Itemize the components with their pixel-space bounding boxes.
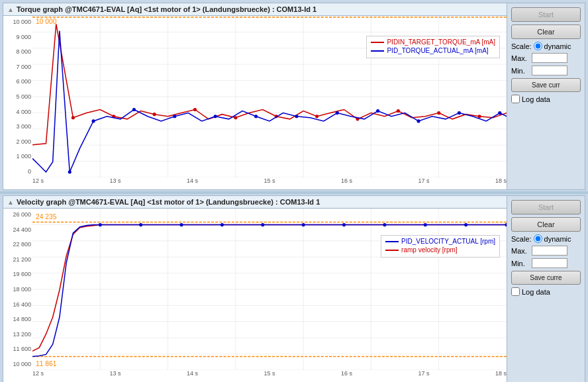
svg-text:10 000: 10 000 xyxy=(36,18,57,25)
top-max-input[interactable] xyxy=(532,53,567,63)
svg-point-22 xyxy=(234,116,237,119)
x-label: 14 s xyxy=(187,177,198,188)
y-label: 26 000 xyxy=(3,211,31,218)
top-log-row: Log data xyxy=(511,95,581,103)
y-label: 10 000 xyxy=(3,19,31,25)
y-label: 8 000 xyxy=(3,48,31,55)
y-label: 24 400 xyxy=(3,226,31,233)
svg-text:24 235: 24 235 xyxy=(36,213,57,220)
bottom-scale-option: dynamic xyxy=(544,235,571,243)
svg-point-67 xyxy=(342,223,346,226)
top-log-checkbox[interactable] xyxy=(511,95,520,103)
bottom-sidebar: Start Clear Scale: dynamic Max. Min. Sav… xyxy=(507,196,585,382)
top-sidebar: Start Clear Scale: dynamic Max. Min. Sav… xyxy=(507,3,585,189)
bottom-save-button[interactable]: Save curre xyxy=(511,271,581,285)
x-label: 17 s xyxy=(418,370,429,381)
svg-point-28 xyxy=(478,115,481,118)
bottom-log-checkbox[interactable] xyxy=(511,287,520,296)
x-label: 16 s xyxy=(341,370,352,381)
bottom-scale-label: Scale: xyxy=(511,235,532,243)
bottom-min-row: Min. xyxy=(511,258,581,268)
x-label: 12 s xyxy=(32,370,44,381)
svg-point-38 xyxy=(416,119,420,122)
svg-point-69 xyxy=(424,223,427,226)
top-start-button[interactable]: Start xyxy=(511,7,581,22)
svg-point-63 xyxy=(179,223,183,226)
top-max-row: Max. xyxy=(511,53,581,63)
y-label: 14 800 xyxy=(3,316,31,322)
y-label: 18 000 xyxy=(3,286,31,293)
x-label: 13 s xyxy=(109,177,121,188)
top-max-label: Max. xyxy=(511,54,530,62)
x-label: 15 s xyxy=(264,177,275,188)
svg-point-21 xyxy=(193,108,197,111)
bottom-scale-row: Scale: dynamic xyxy=(511,234,581,243)
svg-point-24 xyxy=(315,115,318,118)
y-label: 19 600 xyxy=(3,271,31,277)
top-panel-title: ▲ Torque graph @TMC4671-EVAL [Aq] <1st m… xyxy=(3,3,507,16)
svg-point-68 xyxy=(383,223,386,226)
bottom-panel-icon: ▲ xyxy=(7,199,14,206)
y-label: 6 000 xyxy=(3,78,31,85)
top-clear-button[interactable]: Clear xyxy=(511,24,581,39)
top-legend-item-1: PIDIN_TARGET_TORQUE_mA [mA] xyxy=(371,38,495,46)
top-legend-label-1: PIDIN_TARGET_TORQUE_mA [mA] xyxy=(387,38,495,46)
svg-point-18 xyxy=(72,116,75,119)
svg-point-71 xyxy=(505,223,507,226)
x-label: 18 s xyxy=(495,177,507,188)
top-min-row: Min. xyxy=(511,66,581,75)
x-label: 16 s xyxy=(341,177,352,188)
y-label: 9 000 xyxy=(3,34,31,40)
y-label: 1 000 xyxy=(3,153,31,160)
bottom-panel-title-text: Velocity graph @TMC4671-EVAL [Aq] <1st m… xyxy=(17,198,320,206)
top-scale-radio[interactable] xyxy=(534,42,542,50)
bottom-max-label: Max. xyxy=(511,247,530,255)
svg-point-30 xyxy=(92,119,95,122)
y-label: 22 800 xyxy=(3,241,31,248)
svg-text:11 861: 11 861 xyxy=(36,360,57,367)
bottom-graph-svg: 24 235 11 861 xyxy=(32,209,507,370)
bottom-legend-label-1: PID_VELOCITY_ACTUAL [rpm] xyxy=(401,238,495,245)
top-legend-item-2: PID_TORQUE_ACTUAL_mA [mA] xyxy=(371,47,495,54)
svg-point-34 xyxy=(254,115,258,118)
svg-point-65 xyxy=(261,223,264,226)
x-label: 12 s xyxy=(32,177,44,188)
top-min-label: Min. xyxy=(511,67,530,75)
top-graph-wrapper: ▲ Torque graph @TMC4671-EVAL [Aq] <1st m… xyxy=(3,3,507,189)
bottom-log-row: Log data xyxy=(511,287,581,296)
y-label: 7 000 xyxy=(3,64,31,70)
svg-point-33 xyxy=(214,115,217,118)
bottom-graph-area: 26 000 24 400 22 800 21 200 19 600 18 00… xyxy=(3,209,507,382)
bottom-legend-item-2: ramp velocity [rpm] xyxy=(385,246,495,254)
top-panel: ▲ Torque graph @TMC4671-EVAL [Aq] <1st m… xyxy=(3,3,585,190)
bottom-panel: ▲ Velocity graph @TMC4671-EVAL [Aq] <1st… xyxy=(3,195,585,382)
bottom-legend: PID_VELOCITY_ACTUAL [rpm] ramp velocity … xyxy=(381,235,500,258)
x-label: 18 s xyxy=(495,370,507,381)
bottom-min-input[interactable] xyxy=(532,258,567,268)
bottom-legend-line-2 xyxy=(385,250,399,251)
svg-point-32 xyxy=(173,115,176,118)
y-label: 11 600 xyxy=(3,346,31,352)
svg-point-36 xyxy=(336,111,339,115)
y-label: 21 200 xyxy=(3,256,31,263)
y-label: 13 200 xyxy=(3,331,31,338)
bottom-start-button[interactable]: Start xyxy=(511,200,581,215)
bottom-legend-item-1: PID_VELOCITY_ACTUAL [rpm] xyxy=(385,238,495,245)
x-label: 15 s xyxy=(264,370,275,381)
top-save-button[interactable]: Save curr xyxy=(511,78,581,92)
svg-point-40 xyxy=(498,111,501,115)
bottom-scale-radio[interactable] xyxy=(534,234,542,243)
bottom-clear-button[interactable]: Clear xyxy=(511,217,581,232)
y-label: 2 000 xyxy=(3,138,31,145)
svg-point-70 xyxy=(464,223,467,226)
y-label: 3 000 xyxy=(3,123,31,130)
top-legend-line-2 xyxy=(371,50,384,52)
bottom-legend-line-1 xyxy=(385,241,399,242)
bottom-max-input[interactable] xyxy=(532,246,567,256)
top-min-input[interactable] xyxy=(532,66,567,75)
svg-point-35 xyxy=(295,115,298,118)
bottom-graph-wrapper: ▲ Velocity graph @TMC4671-EVAL [Aq] <1st… xyxy=(3,196,507,382)
top-legend-label-2: PID_TORQUE_ACTUAL_mA [mA] xyxy=(387,47,488,54)
svg-point-61 xyxy=(99,223,102,226)
top-legend: PIDIN_TARGET_TORQUE_mA [mA] PID_TORQUE_A… xyxy=(366,36,500,58)
